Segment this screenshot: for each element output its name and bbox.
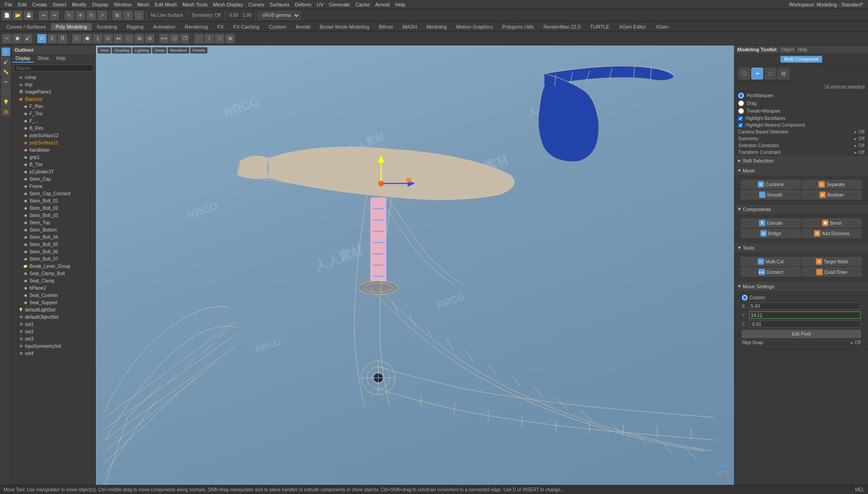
outliner-item[interactable]: ◉Stem_Bolt_06 bbox=[12, 248, 95, 255]
menu-create[interactable]: Create bbox=[30, 2, 50, 7]
extrude-shelf-btn[interactable]: ⬡ bbox=[72, 34, 82, 44]
outliner-item[interactable]: ◉handlebar bbox=[12, 146, 95, 153]
outliner-item[interactable]: 🖼imagePlane1 bbox=[12, 88, 95, 95]
tab-fx[interactable]: FX bbox=[213, 23, 228, 30]
outliner-item[interactable]: ⚙topoSymmetrySet bbox=[12, 342, 95, 350]
outliner-item[interactable]: ◉Stem_Cap_Connect bbox=[12, 190, 95, 197]
mesh-section-header[interactable]: ▾ Mesh bbox=[735, 166, 868, 175]
undo-btn[interactable]: ↩ bbox=[39, 10, 49, 20]
tab-renderman[interactable]: RenderMan 22.5 bbox=[539, 23, 585, 30]
edge-type-btn[interactable]: ━ bbox=[751, 68, 763, 79]
smooth-btn[interactable]: ◌ Smooth bbox=[741, 190, 801, 199]
outliner-item[interactable]: ◉bPlane2 bbox=[12, 284, 95, 291]
outliner-item[interactable]: ⚙set1 bbox=[12, 321, 95, 328]
tab-bezier[interactable]: Bezier Mode Modeling bbox=[315, 23, 374, 30]
edit-pivot-btn[interactable]: Edit Pivot bbox=[742, 330, 861, 338]
menu-generate[interactable]: Generate bbox=[326, 2, 353, 7]
outliner-tab-help[interactable]: Help bbox=[53, 55, 69, 63]
face-btn[interactable]: □ bbox=[215, 34, 225, 44]
separate-shelf-btn[interactable]: ⊟ bbox=[145, 34, 155, 44]
outliner-item[interactable]: 📁Break_Lever_Group bbox=[12, 262, 95, 270]
instance-btn[interactable]: ❒ bbox=[180, 34, 190, 44]
camera-btn[interactable]: 🎥 bbox=[1, 87, 10, 96]
outliner-item[interactable]: ◉Stem_Bolt_02 bbox=[12, 204, 95, 212]
paint-select-btn[interactable]: 🖌 bbox=[23, 34, 33, 44]
edge-btn[interactable]: / bbox=[204, 34, 214, 44]
smooth-shelf-btn[interactable]: ◌ bbox=[124, 34, 134, 44]
outliner-item[interactable]: 🗂tmp bbox=[12, 81, 95, 88]
help-tab[interactable]: Help bbox=[798, 47, 807, 52]
menu-file[interactable]: File bbox=[2, 2, 15, 7]
outliner-item[interactable]: ◉B_Rim bbox=[12, 124, 95, 132]
move-settings-header[interactable]: ▾ Move Settings bbox=[735, 282, 868, 291]
vertex-type-btn[interactable]: ⬡ bbox=[738, 68, 750, 79]
tab-turtle[interactable]: TURTLE bbox=[586, 23, 614, 30]
quad-draw-btn[interactable]: ⬚ Quad Draw bbox=[802, 267, 862, 277]
tab-poly-modeling[interactable]: Poly Modeling bbox=[51, 23, 91, 30]
paint-btn[interactable]: 🖌 bbox=[1, 57, 10, 66]
bridge-shelf-btn[interactable]: ⊡ bbox=[103, 34, 113, 44]
measure-btn[interactable]: 📏 bbox=[1, 67, 10, 76]
menu-mesh-display[interactable]: Mesh Display bbox=[210, 2, 246, 7]
light-btn[interactable]: 💡 bbox=[1, 97, 10, 106]
connect-btn[interactable]: ⟷ Connect bbox=[741, 267, 801, 277]
menu-curves[interactable]: Curves bbox=[246, 2, 267, 7]
outliner-item[interactable]: ◉Frame bbox=[12, 183, 95, 190]
outliner-item[interactable]: ◉Seat_Cushion bbox=[12, 291, 95, 299]
face-type-btn[interactable]: □ bbox=[764, 68, 776, 79]
outliner-item[interactable]: ◉F_... bbox=[12, 117, 95, 124]
outliner-item[interactable]: 🗂comp bbox=[12, 74, 95, 81]
tab-mash[interactable]: MASH bbox=[398, 23, 422, 30]
menu-mesh[interactable]: Mesh bbox=[134, 2, 152, 7]
outliner-item[interactable]: ⚙set4 bbox=[12, 350, 95, 357]
menu-surfaces[interactable]: Surfaces bbox=[267, 2, 292, 7]
annotate-btn[interactable]: ✏ bbox=[1, 77, 10, 86]
menu-uv[interactable]: UV bbox=[314, 2, 326, 7]
menu-edit[interactable]: Edit bbox=[15, 2, 30, 7]
scale-btn[interactable]: ⤢ bbox=[97, 10, 107, 20]
x-input[interactable] bbox=[749, 302, 861, 310]
highlight-backfaces-check[interactable] bbox=[738, 116, 743, 121]
outliner-item[interactable]: ◉Stem_Cap bbox=[12, 175, 95, 183]
view-btn[interactable]: View bbox=[98, 47, 111, 54]
new-scene-btn[interactable]: 📄 bbox=[2, 10, 12, 20]
menu-display[interactable]: Display bbox=[89, 2, 111, 7]
panels-btn[interactable]: Panels bbox=[190, 47, 207, 54]
tab-arnold[interactable]: Arnold bbox=[291, 23, 315, 30]
snap-surface-btn[interactable]: ⬚ bbox=[134, 10, 144, 20]
outliner-tab-display[interactable]: Display bbox=[12, 55, 34, 63]
tab-rendering[interactable]: Rendering bbox=[180, 23, 212, 30]
soft-selection-header[interactable]: ▸ Soft Selection bbox=[735, 156, 868, 165]
tab-xgen-editor[interactable]: XGen Editor bbox=[614, 23, 651, 30]
outliner-item[interactable]: ◉Stem_Bolt_04 bbox=[12, 233, 95, 241]
multi-cut-btn[interactable]: ✂ Multi-Cut bbox=[741, 257, 801, 266]
tab-fx-caching[interactable]: FX Caching bbox=[229, 23, 264, 30]
tab-motion[interactable]: Motion Graphics bbox=[452, 23, 497, 30]
open-btn[interactable]: 📂 bbox=[13, 10, 23, 20]
redo-btn[interactable]: ↪ bbox=[49, 10, 59, 20]
outliner-item[interactable]: 💡defaultLightSet bbox=[12, 306, 95, 313]
viewport[interactable]: RRCG 人人素材 RRCG 人人素材 RRCG 人人素材 RRCG 人人素材 … bbox=[96, 45, 734, 485]
vertex-btn[interactable]: · bbox=[194, 34, 204, 44]
loop-cut-btn[interactable]: ⟠ bbox=[93, 34, 103, 44]
tab-curves-surfaces[interactable]: Curves / Surfaces bbox=[2, 23, 50, 30]
outliner-item[interactable]: ◉Stem_Bolt_01 bbox=[12, 197, 95, 204]
menu-modify[interactable]: Modify bbox=[69, 2, 89, 7]
outliner-item[interactable]: ◉Stem_Bottom bbox=[12, 226, 95, 233]
outliner-item[interactable]: ◉Stem_Bolt_05 bbox=[12, 241, 95, 248]
tweak-marquee-radio[interactable] bbox=[738, 108, 744, 114]
outliner-item[interactable]: ▣Blackout bbox=[12, 95, 95, 103]
save-btn[interactable]: 💾 bbox=[24, 10, 34, 20]
add-divisions-btn[interactable]: ⊞ Add Divisions bbox=[802, 229, 862, 238]
target-weld-btn[interactable]: ⊛ Target Weld bbox=[802, 257, 862, 266]
tab-modeling[interactable]: Modeling bbox=[422, 23, 451, 30]
outliner-item[interactable]: ◉pCylinder37 bbox=[12, 168, 95, 175]
menu-help[interactable]: Help bbox=[392, 2, 408, 7]
uv-type-btn[interactable]: ⊠ bbox=[778, 68, 789, 79]
y-input[interactable] bbox=[749, 311, 861, 319]
scale-tool-btn[interactable]: R bbox=[58, 34, 68, 44]
menu-arnold[interactable]: Arnold bbox=[373, 2, 393, 7]
outliner-item[interactable]: ◉F_Tire bbox=[12, 110, 95, 117]
select-tool-btn[interactable]: ↖ bbox=[2, 34, 12, 44]
separate-btn[interactable]: ⊟ Separate bbox=[802, 180, 862, 189]
